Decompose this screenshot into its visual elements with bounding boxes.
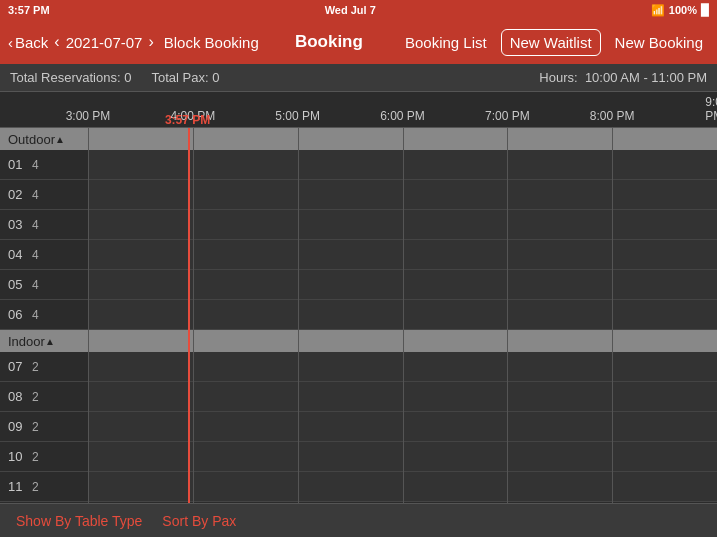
status-day: Wed Jul 7 — [325, 4, 376, 16]
timeline-header: 3:00 PM4:00 PM5:00 PM6:00 PM7:00 PM8:00 … — [0, 92, 717, 128]
wifi-icon: 📶 — [651, 4, 665, 17]
vertical-grid-line — [612, 128, 613, 503]
reservations-count: 0 — [124, 70, 131, 85]
booking-list-button[interactable]: Booking List — [399, 30, 493, 55]
rows-container: Outdoor ▲014024034044054064Indoor ▲07208… — [0, 128, 717, 503]
next-date-button[interactable]: › — [146, 33, 155, 51]
current-time-label: 3:57 PM — [165, 113, 210, 127]
vertical-grid-line — [88, 128, 89, 503]
time-label: 7:00 PM — [485, 109, 530, 123]
table-label-row: 024 — [0, 180, 88, 210]
hours-value: 10:00 AM - 11:00 PM — [585, 70, 707, 85]
nav-bar: ‹ Back ‹ 2021-07-07 › Block Booking Book… — [0, 20, 717, 64]
section-header-label[interactable]: Outdoor ▲ — [0, 128, 88, 150]
table-label-row: 112 — [0, 472, 88, 502]
time-label: 8:00 PM — [590, 109, 635, 123]
vertical-grid-line — [298, 128, 299, 503]
hours-display: Hours: 10:00 AM - 11:00 PM — [539, 70, 707, 85]
back-chevron-icon: ‹ — [8, 34, 13, 51]
sort-by-pax-button[interactable]: Sort By Pax — [162, 513, 236, 529]
show-by-table-type-button[interactable]: Show By Table Type — [16, 513, 142, 529]
time-label: 6:00 PM — [380, 109, 425, 123]
new-waitlist-button[interactable]: New Waitlist — [501, 29, 601, 56]
table-label-row: 014 — [0, 150, 88, 180]
total-reservations-label: Total Reservations: 0 — [10, 70, 131, 85]
table-label-row: 054 — [0, 270, 88, 300]
time-label: 5:00 PM — [275, 109, 320, 123]
current-date: 2021-07-07 — [66, 34, 143, 51]
status-bar: 3:57 PM Wed Jul 7 📶 100% ▉ — [0, 0, 717, 20]
page-title: Booking — [263, 32, 395, 52]
table-label-row: 044 — [0, 240, 88, 270]
time-label: 9:00 PM — [705, 95, 717, 123]
pax-count: 0 — [212, 70, 219, 85]
table-label-row: 102 — [0, 442, 88, 472]
block-booking-link[interactable]: Block Booking — [164, 34, 259, 51]
section-header-label[interactable]: Indoor ▲ — [0, 330, 88, 352]
info-bar: Total Reservations: 0 Total Pax: 0 Hours… — [0, 64, 717, 92]
bottom-bar: Show By Table Type Sort By Pax — [0, 503, 717, 537]
vertical-grid-line — [193, 128, 194, 503]
status-time: 3:57 PM — [8, 4, 50, 16]
current-time-line — [188, 128, 190, 503]
battery-label: 100% — [669, 4, 697, 16]
vertical-grid-line — [507, 128, 508, 503]
total-pax-label: Total Pax: 0 — [151, 70, 219, 85]
prev-date-button[interactable]: ‹ — [52, 33, 61, 51]
table-label-row: 034 — [0, 210, 88, 240]
table-label-row: 092 — [0, 412, 88, 442]
label-column: Outdoor ▲014024034044054064Indoor ▲07208… — [0, 128, 88, 503]
new-booking-button[interactable]: New Booking — [609, 30, 709, 55]
table-label-row: 064 — [0, 300, 88, 330]
back-button[interactable]: ‹ Back — [8, 34, 48, 51]
grid-column — [88, 128, 717, 503]
vertical-grid-line — [403, 128, 404, 503]
time-label: 3:00 PM — [66, 109, 111, 123]
table-label-row: 082 — [0, 382, 88, 412]
battery-icon: ▉ — [701, 4, 709, 17]
table-label-row: 072 — [0, 352, 88, 382]
